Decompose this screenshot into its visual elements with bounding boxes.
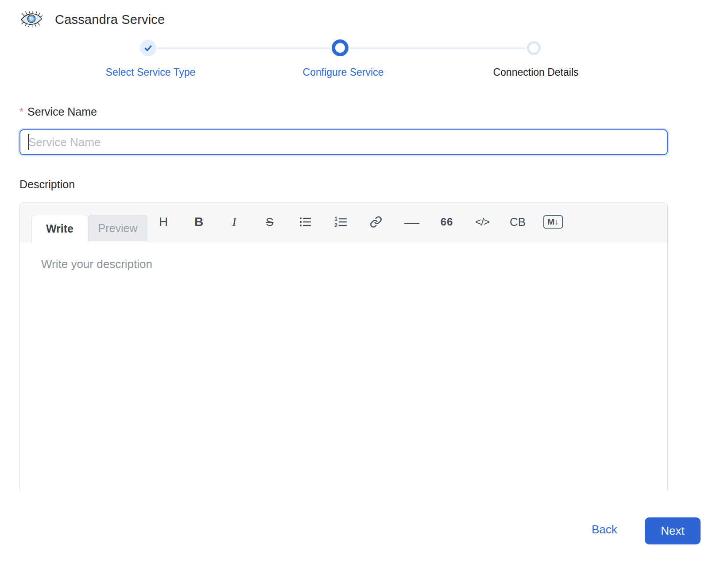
description-placeholder: Write your description <box>41 257 152 271</box>
bold-button[interactable]: B <box>181 202 217 241</box>
numbered-list-button[interactable]: 1 2 <box>323 202 358 241</box>
service-name-input[interactable] <box>19 129 668 155</box>
stepper-connector-line <box>350 47 526 49</box>
markdown-icon: M↓ <box>543 215 562 229</box>
stepper-connector-line <box>157 47 331 49</box>
step-connection-details: Connection Details <box>493 66 578 78</box>
link-button[interactable] <box>358 202 394 241</box>
formatting-toolbar: H B I S 1 <box>146 202 571 241</box>
description-editor: Write Preview H B I S <box>19 202 668 494</box>
text-cursor <box>28 134 29 150</box>
horizontal-rule-button[interactable]: — <box>394 202 429 241</box>
required-asterisk: * <box>19 106 23 118</box>
code-block-button[interactable]: CB <box>500 202 535 241</box>
step-completed-check-icon <box>140 40 156 56</box>
step-configure-service: Configure Service <box>303 66 384 78</box>
back-button[interactable]: Back <box>592 523 617 536</box>
svg-text:2: 2 <box>334 222 337 229</box>
quote-button[interactable]: 66 <box>429 202 465 241</box>
service-name-input-wrap <box>19 129 668 155</box>
stepper: Select Service Type Configure Service Co… <box>0 0 728 84</box>
markdown-button[interactable]: M↓ <box>535 202 571 241</box>
numbered-list-icon: 1 2 <box>334 215 347 229</box>
tab-preview-label: Preview <box>98 222 138 235</box>
code-block-icon: CB <box>510 215 526 229</box>
strikethrough-icon: S <box>266 215 273 229</box>
step-active-circle-icon <box>332 39 349 56</box>
quote-icon: 66 <box>441 216 453 228</box>
svg-text:1: 1 <box>334 215 337 222</box>
horizontal-rule-icon: — <box>404 214 418 231</box>
service-name-label: Service Name <box>27 105 97 118</box>
step-select-service-type: Select Service Type <box>106 66 196 78</box>
heading-button[interactable]: H <box>146 202 181 241</box>
step-pending-circle-icon <box>527 41 541 55</box>
tab-write[interactable]: Write <box>31 215 88 242</box>
bullet-list-icon <box>299 216 311 228</box>
bold-icon: B <box>194 215 203 229</box>
italic-button[interactable]: I <box>217 202 252 241</box>
description-textarea[interactable]: Write your description <box>20 241 667 494</box>
tab-preview[interactable]: Preview <box>88 215 147 241</box>
bullet-list-button[interactable] <box>287 202 323 241</box>
service-name-label-row: *Service Name <box>19 105 97 118</box>
add-service-wizard: Cassandra Service Select Service Type Co… <box>0 0 728 575</box>
inline-code-icon: </> <box>475 216 489 228</box>
inline-code-button[interactable]: </> <box>465 202 500 241</box>
heading-icon: H <box>159 215 168 229</box>
strikethrough-button[interactable]: S <box>252 202 287 241</box>
italic-icon: I <box>232 215 236 229</box>
description-label: Description <box>19 178 75 191</box>
editor-toolbar: Write Preview H B I S <box>20 202 667 241</box>
link-icon <box>370 216 382 228</box>
next-button[interactable]: Next <box>645 517 701 544</box>
tab-write-label: Write <box>46 222 74 235</box>
